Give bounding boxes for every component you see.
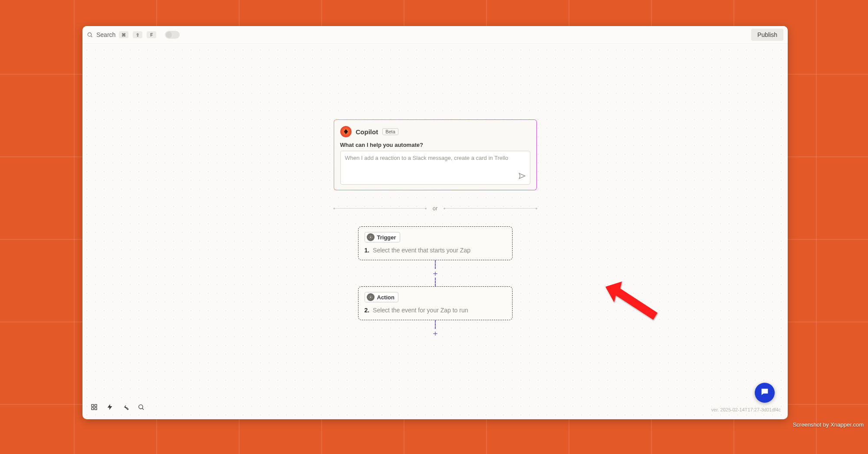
topbar: Search ⌘ ⇧ F Publish bbox=[82, 26, 788, 44]
svg-line-1 bbox=[91, 36, 92, 37]
copilot-input-wrap bbox=[340, 151, 530, 185]
divider-line-right bbox=[444, 208, 536, 209]
or-text: or bbox=[433, 205, 438, 212]
action-desc: 2. Select the event for your Zap to run bbox=[365, 307, 506, 314]
topbar-toggle[interactable] bbox=[165, 31, 180, 39]
search-label: Search bbox=[96, 31, 115, 38]
plus-icon: ＋ bbox=[431, 329, 439, 337]
action-step-text: Select the event for your Zap to run bbox=[373, 307, 468, 314]
svg-point-3 bbox=[370, 237, 371, 238]
trigger-step-text: Select the event that starts your Zap bbox=[373, 247, 470, 254]
zap-steps: Trigger 1. Select the event that starts … bbox=[358, 226, 513, 338]
gear-icon bbox=[367, 293, 375, 301]
publish-button[interactable]: Publish bbox=[751, 29, 783, 41]
copilot-input[interactable] bbox=[341, 151, 530, 182]
trigger-pill: Trigger bbox=[365, 232, 400, 242]
kbd-f: F bbox=[147, 31, 156, 38]
action-pill-label: Action bbox=[377, 294, 395, 301]
trigger-desc: 1. Select the event that starts your Zap bbox=[365, 247, 506, 254]
add-step-button-2[interactable]: ＋ bbox=[431, 329, 440, 338]
version-label: ver. 2025-02-14T17:27-3d01df4c bbox=[711, 407, 781, 412]
app-window: Search ⌘ ⇧ F Publish Copilot Beta bbox=[82, 26, 788, 419]
svg-rect-9 bbox=[95, 408, 97, 410]
copilot-header: Copilot Beta bbox=[340, 126, 530, 137]
svg-line-11 bbox=[142, 408, 144, 410]
gear-icon bbox=[367, 233, 375, 241]
copilot-send-button[interactable] bbox=[517, 171, 527, 182]
copilot-title: Copilot bbox=[356, 128, 378, 136]
svg-rect-8 bbox=[92, 408, 94, 410]
help-chat-button[interactable] bbox=[755, 383, 775, 403]
search-button[interactable]: Search ⌘ ⇧ F bbox=[87, 31, 180, 39]
connector-2: ＋ bbox=[431, 320, 440, 338]
kbd-cmd: ⌘ bbox=[119, 31, 128, 38]
wrench-icon bbox=[122, 404, 129, 412]
grid-icon bbox=[91, 404, 98, 412]
copilot-logo-icon bbox=[340, 126, 352, 137]
grid-view-button[interactable] bbox=[89, 403, 99, 412]
action-step-number: 2. bbox=[365, 307, 370, 314]
add-step-button-1[interactable]: ＋ bbox=[431, 269, 440, 278]
search-icon bbox=[138, 404, 145, 412]
trigger-step-card[interactable]: Trigger 1. Select the event that starts … bbox=[358, 226, 513, 260]
svg-rect-7 bbox=[95, 404, 97, 407]
plus-icon: ＋ bbox=[431, 269, 439, 277]
copilot-prompt-label: What can I help you automate? bbox=[340, 142, 530, 148]
beta-badge: Beta bbox=[382, 128, 398, 135]
divider-line-left bbox=[334, 208, 426, 209]
svg-rect-6 bbox=[92, 404, 94, 407]
trigger-step-number: 1. bbox=[365, 247, 370, 254]
chat-icon bbox=[760, 387, 769, 398]
canvas-toolbar bbox=[89, 402, 147, 413]
svg-point-4 bbox=[370, 297, 371, 298]
or-divider: or bbox=[334, 205, 536, 212]
action-step-card[interactable]: Action 2. Select the event for your Zap … bbox=[358, 286, 513, 320]
trigger-pill-label: Trigger bbox=[377, 234, 396, 241]
tool-button[interactable] bbox=[121, 403, 130, 412]
kbd-shift: ⇧ bbox=[133, 31, 142, 38]
search-icon bbox=[87, 32, 93, 38]
bolt-button[interactable] bbox=[105, 403, 115, 412]
screenshot-attribution: Screenshot by Xnapper.com bbox=[793, 421, 864, 428]
action-pill: Action bbox=[365, 292, 398, 302]
editor-canvas[interactable]: Copilot Beta What can I help you automat… bbox=[82, 43, 788, 419]
copilot-card: Copilot Beta What can I help you automat… bbox=[334, 119, 537, 190]
bolt-icon bbox=[106, 404, 113, 412]
zoom-button[interactable] bbox=[136, 403, 146, 412]
svg-point-10 bbox=[139, 404, 143, 408]
connector-1: ＋ bbox=[431, 260, 440, 286]
send-icon bbox=[518, 172, 526, 181]
svg-point-0 bbox=[88, 33, 91, 36]
svg-marker-2 bbox=[344, 129, 348, 134]
